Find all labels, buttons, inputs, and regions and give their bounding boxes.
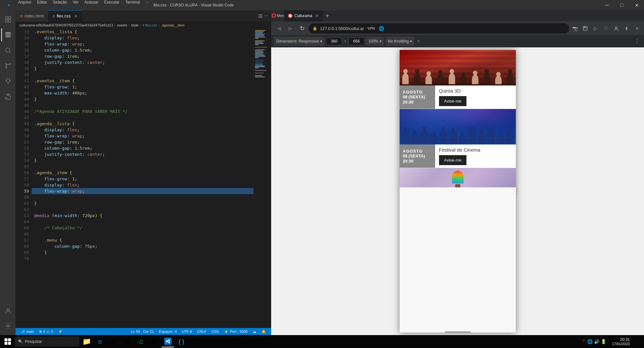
menu-arquivo[interactable]: Arquivo <box>15 0 34 12</box>
status-git-branch[interactable]: ⎇ main <box>18 328 36 335</box>
balloon-shape <box>452 171 464 187</box>
dev-tools-toggle[interactable] <box>581 24 590 33</box>
show-desktop-button[interactable] <box>633 335 643 348</box>
screenshot-icon[interactable]: 📷 <box>570 24 579 33</box>
taskbar-app-vscode[interactable] <box>161 336 174 347</box>
avise-me-quinta-3d-button[interactable]: Avise-me <box>439 96 467 106</box>
vscode-maximize-button[interactable]: □ <box>614 0 629 10</box>
browser-tab-culturama[interactable]: Culturama ✕ <box>284 10 323 22</box>
browser-viewport: AGOSTO 08 (SEXTA) 20:30 Quinta 3D Avise-… <box>271 47 644 335</box>
browser-forward-button[interactable]: ▶ <box>285 23 296 34</box>
card-time-festival: 20:30 <box>403 159 414 164</box>
activity-icon-debug[interactable] <box>1 75 14 88</box>
breadcrumb-root[interactable]: culturama-e8b36aa5679342f07f552370ae616e… <box>19 23 113 27</box>
taskbar-search[interactable]: 🔍 Pesquisar <box>15 336 79 347</box>
play-icon[interactable]: ▷ <box>591 24 600 33</box>
breadcrumb-style[interactable]: style <box>131 23 138 27</box>
editor-more-icon[interactable]: ··· <box>264 13 269 19</box>
breadcrumb-assets[interactable]: assets <box>117 23 128 27</box>
start-button[interactable] <box>1 336 14 347</box>
browser-refresh-button[interactable]: ↻ <box>297 23 307 34</box>
person-4 <box>437 74 444 84</box>
menu-executar[interactable]: Executar <box>102 0 122 12</box>
menu-more[interactable]: ··· <box>143 0 152 12</box>
tab-index-html[interactable]: ◇ index.html <box>15 10 48 22</box>
dimensions-select[interactable]: Dimensions: Responsive ▾ <box>274 37 325 46</box>
new-tab-button[interactable]: + <box>323 11 332 20</box>
code-line-52: column-gap: 1.5rem; <box>32 145 253 151</box>
activity-icon-extensions[interactable] <box>1 90 14 103</box>
breadcrumb-flex-css[interactable]: # flex.css <box>142 23 157 27</box>
menu-terminal[interactable]: Terminal <box>123 0 142 12</box>
heart-icon[interactable]: ♡ <box>601 24 610 33</box>
menu-selecao[interactable]: Seleção <box>50 0 69 12</box>
taskbar-app-mail[interactable]: ✉ <box>121 336 134 347</box>
profile-icon[interactable] <box>612 24 621 33</box>
browser-back-button[interactable]: ◀ <box>274 23 284 34</box>
tab-flex-css[interactable]: # flex.css ✕ <box>48 10 82 22</box>
status-port[interactable]: ⚡ Port : 5500 <box>221 328 250 335</box>
code-editor[interactable]: 3334353637 3839404142 4344454647 4849505… <box>15 29 271 328</box>
browser-menu-button[interactable]: O Menu <box>274 11 284 20</box>
vscode-close-button[interactable]: ✕ <box>629 0 644 10</box>
resize-handle-right[interactable] <box>516 183 517 199</box>
vscode-titlebar: ✦ Arquivo Editar Seleção Ver Acessar Exe… <box>0 0 644 10</box>
card-info-festival: AGOSTO 08 (SEXTA) 20:30 Festival de Cine… <box>400 144 516 168</box>
status-language[interactable]: CSS <box>209 328 222 335</box>
browser-tab-close[interactable]: ✕ <box>315 13 319 18</box>
code-content[interactable]: .eventos__lista { display: flex; flex-wr… <box>32 29 253 328</box>
status-live-server[interactable]: ⚡ <box>56 328 65 335</box>
status-line-endings[interactable]: CRLF <box>195 328 209 335</box>
svg-point-14 <box>584 27 585 27</box>
status-spaces[interactable]: Espaços: 4 <box>156 328 179 335</box>
browser-settings-icon[interactable]: ≡ <box>632 24 641 33</box>
person-3 <box>425 75 432 84</box>
menu-ver[interactable]: Ver <box>70 0 81 12</box>
activity-icon-explorer[interactable] <box>1 28 14 41</box>
vpn-icon[interactable]: VPN <box>367 24 376 33</box>
menu-acessar[interactable]: Acessar <box>82 0 101 12</box>
taskbar-app-explorer[interactable]: 📁 <box>80 336 93 347</box>
status-notifications[interactable]: 🔔 <box>259 328 269 335</box>
globe-icon[interactable]: 🌐 <box>377 24 386 33</box>
taskbar-app-edge[interactable]: e <box>94 336 107 347</box>
taskbar-clock[interactable]: 20:31 17/01/2023 <box>609 337 632 346</box>
taskbar-app-chrome[interactable]: ⊕ <box>148 336 161 347</box>
rotation-icon[interactable]: ↻ <box>417 39 420 44</box>
taskbar-app-spotify[interactable]: ♫ <box>134 336 147 347</box>
status-position[interactable]: Ln 59 , Col 21 <box>128 328 156 335</box>
viewport-width-input[interactable]: 360 <box>326 37 342 45</box>
code-line-54: } <box>32 157 253 164</box>
tray-speaker-icon[interactable]: 🔊 <box>594 339 599 344</box>
code-line-35: flex-wrap: wrap; <box>32 41 253 47</box>
explorer-icon: 📁 <box>82 337 91 346</box>
taskbar-app-store[interactable]: 🛍 <box>107 336 120 347</box>
avise-me-festival-button[interactable]: Avise-me <box>439 155 467 165</box>
breadcrumb-agenda-item[interactable]: .agenda__item <box>161 23 185 27</box>
throttle-select[interactable]: No throttling ▾ <box>385 37 415 46</box>
status-errors[interactable]: ⊗ 0 ⚠ 0 <box>36 328 56 335</box>
activity-icon-git[interactable] <box>1 59 14 72</box>
taskbar-app-devtools[interactable]: { } <box>175 336 188 347</box>
vscode-minimize-button[interactable]: ─ <box>599 0 614 10</box>
tray-chevron[interactable]: ⌃ <box>582 339 586 344</box>
activity-icon-settings[interactable] <box>1 320 14 333</box>
main-area: ◇ index.html # flex.css ✕ ⊟ ··· culturam… <box>0 10 644 335</box>
concert-p-2 <box>410 133 419 144</box>
download-icon[interactable]: ⬇ <box>622 24 631 33</box>
tab-close-button[interactable]: ✕ <box>74 14 78 19</box>
tray-network-icon[interactable]: 🌐 <box>587 339 593 344</box>
tray-battery-icon[interactable]: 🔋 <box>601 339 606 344</box>
devtools-more-button[interactable]: ⋮ <box>632 37 641 46</box>
activity-icon-account[interactable] <box>1 304 14 317</box>
status-encoding[interactable]: UTF-8 <box>179 328 195 335</box>
browser-address-input-wrap[interactable]: 🔒 127.0.0.1:5500/cultur.ar VPN 🌐 <box>309 23 569 34</box>
menu-editar[interactable]: Editar <box>35 0 50 12</box>
split-editor-icon[interactable]: ⊟ <box>258 13 262 19</box>
zoom-select[interactable]: 100% ▾ <box>366 37 384 46</box>
code-line-68: column-gap: 75px; <box>32 243 253 249</box>
activity-icon-files[interactable] <box>1 13 14 26</box>
viewport-height-input[interactable]: 656 <box>348 37 364 45</box>
activity-icon-search[interactable] <box>1 44 14 57</box>
status-remote[interactable]: ☁ <box>250 328 259 335</box>
